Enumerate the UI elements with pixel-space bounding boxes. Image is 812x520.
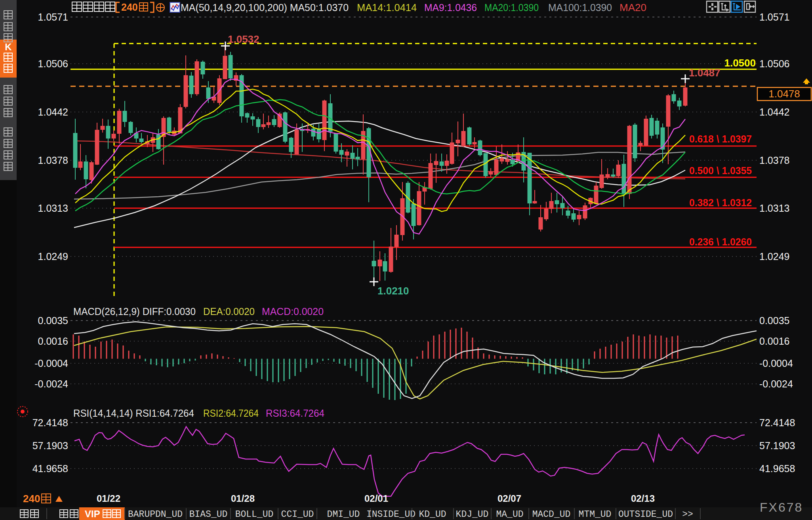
svg-text:BOLL_UD: BOLL_UD	[235, 509, 274, 520]
svg-text:41.9658: 41.9658	[32, 463, 68, 474]
svg-text:02/01: 02/01	[364, 493, 388, 504]
svg-text:41.9658: 41.9658	[759, 463, 795, 474]
svg-text:240: 240	[23, 493, 40, 505]
svg-text:1.0378: 1.0378	[759, 155, 789, 166]
svg-text:57.1903: 57.1903	[759, 440, 795, 451]
svg-text:-0.0024: -0.0024	[34, 378, 68, 389]
svg-text:72.4148: 72.4148	[32, 417, 68, 428]
svg-text:-0.0024: -0.0024	[759, 378, 793, 389]
svg-text:1.0442: 1.0442	[38, 106, 68, 118]
svg-text:MA20:1.0390: MA20:1.0390	[484, 2, 539, 13]
svg-text:BIAS_UD: BIAS_UD	[189, 509, 228, 520]
svg-text:MA_UD: MA_UD	[496, 509, 523, 520]
svg-text:>>: >>	[682, 509, 693, 520]
svg-text:-0.0004: -0.0004	[759, 358, 793, 369]
svg-text:57.1903: 57.1903	[32, 440, 68, 451]
svg-text:0.0016: 0.0016	[38, 336, 68, 347]
svg-text:0.500 \ 1.0355: 0.500 \ 1.0355	[689, 165, 752, 176]
svg-text:1.0249: 1.0249	[759, 251, 789, 262]
svg-text:1.0571: 1.0571	[759, 11, 789, 23]
svg-text:0.236 \ 1.0260: 0.236 \ 1.0260	[689, 236, 752, 247]
svg-text:1.0313: 1.0313	[759, 203, 789, 214]
svg-text:1.0506: 1.0506	[38, 58, 68, 69]
svg-text:MACD(26,12,9) DIFF:0.0030: MACD(26,12,9) DIFF:0.0030	[73, 306, 196, 317]
svg-text:02/13: 02/13	[631, 493, 655, 504]
svg-text:01/28: 01/28	[231, 493, 255, 504]
svg-text:1.0442: 1.0442	[759, 106, 789, 118]
svg-text:VIP: VIP	[85, 509, 100, 519]
svg-text:OUTSIDE_UD: OUTSIDE_UD	[618, 509, 673, 520]
svg-text:-0.0004: -0.0004	[34, 358, 68, 369]
svg-text:240: 240	[121, 2, 138, 13]
svg-text:1.0532: 1.0532	[228, 33, 259, 45]
svg-text:MACD:0.0020: MACD:0.0020	[262, 306, 324, 317]
svg-text:02/07: 02/07	[497, 493, 521, 504]
svg-text:MA100:1.0390: MA100:1.0390	[548, 2, 612, 13]
svg-text:MACD_UD: MACD_UD	[532, 509, 571, 520]
svg-text:KD_UD: KD_UD	[419, 509, 446, 520]
svg-text:DEA:0.0020: DEA:0.0020	[203, 306, 255, 317]
svg-text:1.0249: 1.0249	[38, 251, 68, 262]
svg-text:RSI3:64.7264: RSI3:64.7264	[266, 408, 324, 419]
svg-text:1.0478: 1.0478	[768, 88, 800, 100]
svg-text:1.0500: 1.0500	[724, 57, 756, 69]
svg-text:0.382 \ 1.0312: 0.382 \ 1.0312	[689, 197, 752, 208]
svg-text:1.0506: 1.0506	[759, 58, 789, 69]
svg-text:01/22: 01/22	[97, 493, 120, 504]
svg-text:KDJ_UD: KDJ_UD	[456, 509, 489, 520]
svg-text:1.0378: 1.0378	[38, 155, 68, 166]
svg-text:MA14:1.0414: MA14:1.0414	[357, 2, 417, 13]
svg-text:INSIDE_UD: INSIDE_UD	[366, 509, 416, 520]
svg-text:0.618 \ 1.0397: 0.618 \ 1.0397	[689, 133, 752, 144]
svg-text:MA9:1.0436: MA9:1.0436	[424, 2, 477, 13]
svg-text:0.0035: 0.0035	[38, 315, 68, 326]
svg-text:72.4148: 72.4148	[759, 417, 795, 428]
svg-text:1.0487: 1.0487	[689, 67, 721, 79]
svg-text:FX678: FX678	[760, 500, 803, 514]
svg-text:DMI_UD: DMI_UD	[327, 509, 360, 520]
svg-text:0.0035: 0.0035	[759, 315, 789, 326]
svg-text:1.0571: 1.0571	[38, 11, 68, 23]
svg-text:BARUPDN_UD: BARUPDN_UD	[128, 509, 183, 520]
svg-text:RSI(14,14,14) RSI1:64.7264: RSI(14,14,14) RSI1:64.7264	[73, 408, 194, 419]
svg-text:K: K	[5, 42, 12, 52]
svg-text:CCI_UD: CCI_UD	[281, 509, 314, 520]
svg-text:0.0016: 0.0016	[759, 336, 789, 347]
svg-text:1.0210: 1.0210	[377, 285, 409, 297]
svg-text:MA(50,14,9,20,100,200) MA50:1.: MA(50,14,9,20,100,200) MA50:1.0370	[181, 2, 349, 13]
svg-text:MA20: MA20	[619, 2, 646, 13]
svg-text:1.0313: 1.0313	[38, 203, 68, 214]
svg-text:MTM_UD: MTM_UD	[579, 509, 612, 520]
svg-text:RSI2:64.7264: RSI2:64.7264	[203, 408, 259, 419]
